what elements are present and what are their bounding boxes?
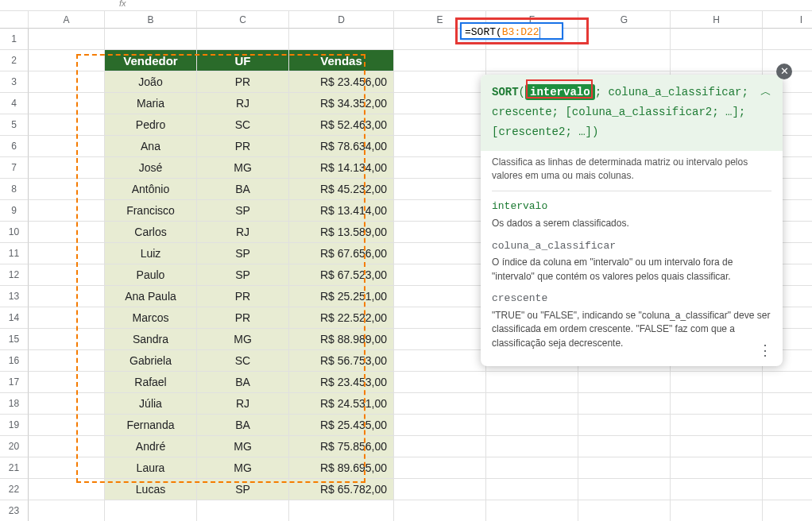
cell[interactable]: Antônio <box>105 179 197 200</box>
cell[interactable]: Ana Paula <box>105 286 197 307</box>
cell[interactable]: Sandra <box>105 329 197 350</box>
cell[interactable]: Francisco <box>105 200 197 222</box>
cell[interactable] <box>29 50 105 71</box>
row-header[interactable]: 20 <box>0 436 29 457</box>
cell[interactable] <box>29 71 105 93</box>
cell[interactable]: Maria <box>105 93 197 114</box>
cell[interactable] <box>394 415 486 436</box>
row-header[interactable]: 22 <box>0 479 29 500</box>
cell[interactable]: R$ 22.522,00 <box>289 307 394 329</box>
cell[interactable] <box>394 286 486 307</box>
cell[interactable]: R$ 45.232,00 <box>289 179 394 200</box>
cell[interactable]: R$ 24.531,00 <box>289 393 394 415</box>
col-header[interactable]: A <box>29 11 105 29</box>
cell[interactable] <box>29 243 105 264</box>
cell[interactable] <box>394 71 486 93</box>
cell[interactable] <box>29 457 105 479</box>
cell[interactable] <box>763 457 812 479</box>
cell[interactable] <box>486 436 578 457</box>
cell[interactable]: SP <box>197 264 289 286</box>
col-header[interactable]: G <box>578 11 671 29</box>
cell[interactable] <box>763 29 812 50</box>
active-cell-editor[interactable]: =SORT(B3:D22 <box>460 22 563 40</box>
cell[interactable]: Paulo <box>105 264 197 286</box>
cell[interactable] <box>578 50 671 71</box>
cell[interactable]: Vendedor <box>105 50 197 71</box>
row-header[interactable]: 19 <box>0 415 29 436</box>
cell[interactable] <box>29 200 105 222</box>
cell[interactable] <box>29 29 105 50</box>
cell[interactable] <box>486 372 578 393</box>
cell[interactable] <box>671 29 763 50</box>
cell[interactable]: BA <box>197 415 289 436</box>
cell[interactable]: BA <box>197 179 289 200</box>
row-header[interactable]: 1 <box>0 29 29 50</box>
cell[interactable] <box>29 350 105 372</box>
cell[interactable] <box>671 500 763 521</box>
cell[interactable]: Luiz <box>105 243 197 264</box>
cell[interactable]: MG <box>197 436 289 457</box>
cell[interactable]: UF <box>197 50 289 71</box>
cell[interactable] <box>105 500 197 521</box>
cell[interactable] <box>394 350 486 372</box>
row-header[interactable]: 16 <box>0 350 29 372</box>
cell[interactable] <box>394 114 486 136</box>
cell[interactable] <box>29 264 105 286</box>
cell[interactable]: R$ 52.463,00 <box>289 114 394 136</box>
cell[interactable]: João <box>105 71 197 93</box>
col-header[interactable]: I <box>763 11 812 29</box>
row-header[interactable]: 9 <box>0 200 29 222</box>
cell[interactable] <box>394 436 486 457</box>
cell[interactable]: Júlia <box>105 393 197 415</box>
cell[interactable] <box>29 114 105 136</box>
cell[interactable]: R$ 65.782,00 <box>289 479 394 500</box>
row-header[interactable]: 7 <box>0 157 29 179</box>
cell[interactable]: Marcos <box>105 307 197 329</box>
cell[interactable]: MG <box>197 457 289 479</box>
cell[interactable] <box>671 415 763 436</box>
cell[interactable]: R$ 88.989,00 <box>289 329 394 350</box>
cell[interactable] <box>29 500 105 521</box>
cell[interactable] <box>105 29 197 50</box>
cell[interactable] <box>29 157 105 179</box>
row-header[interactable]: 15 <box>0 329 29 350</box>
cell[interactable] <box>578 29 671 50</box>
more-icon[interactable]: ⋮ <box>756 342 775 361</box>
cell[interactable]: R$ 23.453,00 <box>289 372 394 393</box>
cell[interactable]: SP <box>197 243 289 264</box>
cell[interactable] <box>486 50 578 71</box>
col-header[interactable]: C <box>197 11 289 29</box>
row-header[interactable]: 11 <box>0 243 29 264</box>
cell[interactable] <box>29 393 105 415</box>
col-header[interactable]: H <box>671 11 763 29</box>
cell[interactable]: SC <box>197 114 289 136</box>
row-header[interactable]: 3 <box>0 71 29 93</box>
cell[interactable] <box>486 500 578 521</box>
cell[interactable]: R$ 25.435,00 <box>289 415 394 436</box>
cell[interactable] <box>763 415 812 436</box>
cell[interactable]: SP <box>197 479 289 500</box>
cell[interactable] <box>671 436 763 457</box>
cell[interactable] <box>29 436 105 457</box>
row-header[interactable]: 17 <box>0 372 29 393</box>
cell[interactable] <box>29 222 105 243</box>
cell[interactable] <box>763 393 812 415</box>
cell[interactable]: Carlos <box>105 222 197 243</box>
cell[interactable]: PR <box>197 307 289 329</box>
cell[interactable] <box>763 500 812 521</box>
cell[interactable] <box>486 479 578 500</box>
col-header[interactable]: D <box>289 11 394 29</box>
row-header[interactable]: 12 <box>0 264 29 286</box>
cell[interactable] <box>394 393 486 415</box>
cell[interactable] <box>394 157 486 179</box>
cell[interactable]: Gabriela <box>105 350 197 372</box>
cell[interactable]: Fernanda <box>105 415 197 436</box>
cell[interactable]: R$ 56.753,00 <box>289 350 394 372</box>
cell[interactable]: R$ 34.352,00 <box>289 93 394 114</box>
cell[interactable]: R$ 78.634,00 <box>289 136 394 157</box>
cell[interactable] <box>486 393 578 415</box>
cell[interactable]: José <box>105 157 197 179</box>
cell[interactable]: R$ 75.856,00 <box>289 436 394 457</box>
cell[interactable] <box>29 307 105 329</box>
cell[interactable]: RJ <box>197 393 289 415</box>
